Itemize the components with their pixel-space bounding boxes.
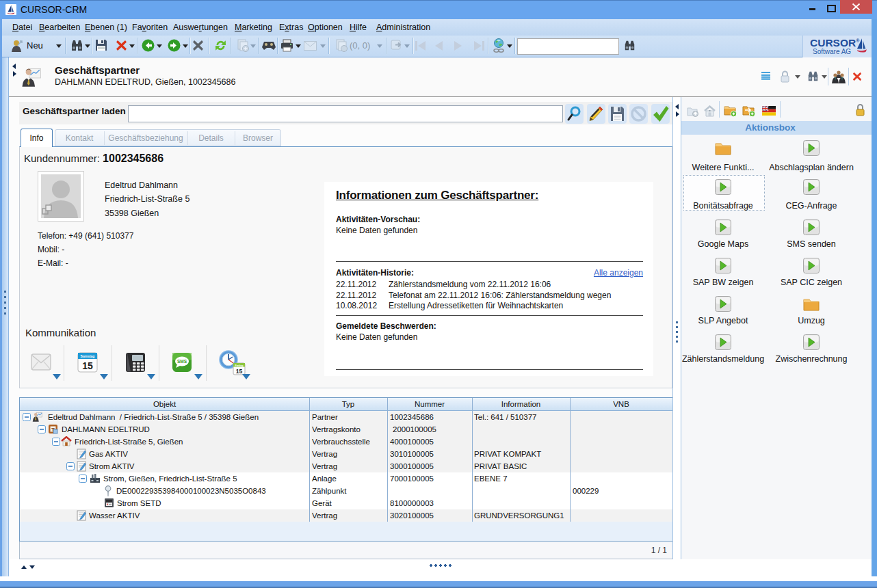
svg-text:Samstag: Samstag — [81, 354, 95, 358]
svg-text:SMS: SMS — [177, 359, 187, 364]
svg-text:15: 15 — [236, 368, 243, 375]
svg-text:Freitag: Freitag — [235, 364, 244, 367]
svg-text:15: 15 — [82, 360, 93, 371]
